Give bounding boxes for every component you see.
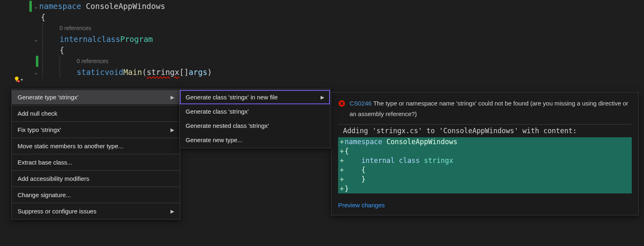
- submenu-item-generate-class[interactable]: Generate class 'stringx': [180, 104, 330, 119]
- error-icon: [338, 98, 345, 110]
- diff-preview: Adding 'stringx.cs' to 'ConsoleAppWindow…: [338, 125, 632, 193]
- token-method: Main: [123, 67, 142, 78]
- submenu-item-generate-nested[interactable]: Generate nested class 'stringx': [180, 119, 330, 133]
- submenu-arrow-icon: ▶: [170, 209, 174, 214]
- change-marker: [29, 1, 32, 12]
- submenu-arrow-icon: ▶: [321, 94, 324, 100]
- menu-item-label: Generate class 'stringx' in new file: [186, 94, 278, 101]
- token-brace: {: [41, 12, 45, 23]
- token-error[interactable]: stringx: [147, 67, 179, 78]
- menu-item-label: Add null check: [18, 110, 58, 117]
- submenu-arrow-icon: ▶: [170, 94, 174, 100]
- menu-item-label: Fix typo 'stringx': [18, 126, 61, 133]
- menu-item-suppress[interactable]: Suppress or configure issues ▶: [12, 204, 180, 218]
- menu-item-add-accessibility[interactable]: Add accessibility modifiers: [12, 171, 180, 186]
- token-keyword: static: [77, 67, 105, 78]
- error-code[interactable]: CS0246: [350, 100, 372, 107]
- codelens-references[interactable]: 0 references: [77, 56, 108, 67]
- submenu-arrow-icon: ▶: [170, 127, 174, 133]
- token-class: Program: [120, 34, 153, 45]
- token-param: args: [189, 67, 208, 78]
- menu-item-extract-base-class[interactable]: Extract base class...: [12, 155, 180, 169]
- menu-item-label: Add accessibility modifiers: [18, 175, 89, 182]
- codelens-references[interactable]: 0 references: [60, 23, 91, 34]
- menu-item-add-null-check[interactable]: Add null check: [12, 106, 180, 121]
- menu-item-generate-type[interactable]: Generate type 'stringx' ▶: [12, 90, 180, 104]
- menu-item-label: Suppress or configure issues: [18, 208, 96, 215]
- menu-item-label: Extract base class...: [18, 159, 72, 166]
- svg-rect-0: [16, 81, 18, 81]
- preview-panel: CS0246 The type or namespace name 'strin…: [331, 92, 639, 215]
- lightbulb-error-icon: [13, 76, 20, 83]
- code-editor: ⌄ namespace ConsoleAppWindows { 0 refere…: [0, 0, 644, 246]
- menu-item-label: Generate nested class 'stringx': [186, 122, 269, 129]
- menu-item-label: Change signature...: [18, 191, 71, 198]
- menu-item-label: Generate class 'stringx': [186, 108, 249, 115]
- code-line: ⌄ namespace ConsoleAppWindows: [0, 1, 644, 12]
- change-marker: [36, 56, 38, 67]
- menu-item-label: Generate new type...: [186, 136, 242, 143]
- token-namespace: ConsoleAppWindows: [86, 2, 165, 11]
- submenu-item-generate-new-file[interactable]: Generate class 'stringx' in new file ▶: [180, 90, 330, 104]
- error-message: The type or namespace name 'stringx' cou…: [350, 100, 628, 117]
- generate-type-submenu: Generate class 'stringx' in new file ▶ G…: [179, 89, 330, 148]
- token-keyword: void: [105, 67, 124, 78]
- menu-item-change-signature[interactable]: Change signature...: [12, 188, 180, 202]
- menu-separator: [12, 105, 180, 105]
- code-area[interactable]: ⌄ namespace ConsoleAppWindows { 0 refere…: [0, 0, 644, 78]
- token-keyword: namespace: [39, 2, 81, 11]
- collapse-chevron[interactable]: ⌄: [33, 1, 39, 12]
- token-keyword: class: [97, 34, 120, 45]
- submenu-item-generate-new-type[interactable]: Generate new type...: [180, 133, 330, 147]
- menu-item-label: Generate type 'stringx': [18, 94, 78, 101]
- collapse-chevron[interactable]: ⌄: [33, 34, 39, 45]
- quick-actions-menu: Generate type 'stringx' ▶ Add null check…: [11, 89, 180, 220]
- menu-item-label: Move static members to another type...: [18, 143, 123, 149]
- token-keyword: internal: [60, 34, 97, 45]
- diff-header: Adding 'stringx.cs' to 'ConsoleAppWindow…: [338, 125, 632, 137]
- chevron-down-icon: ▾: [21, 77, 23, 82]
- collapse-chevron[interactable]: ⌄: [33, 67, 39, 78]
- menu-item-move-static[interactable]: Move static members to another type...: [12, 139, 180, 153]
- quick-actions-lightbulb[interactable]: ▾: [13, 76, 23, 83]
- preview-changes-link[interactable]: Preview changes: [338, 202, 632, 209]
- menu-item-fix-typo[interactable]: Fix typo 'stringx' ▶: [12, 123, 180, 137]
